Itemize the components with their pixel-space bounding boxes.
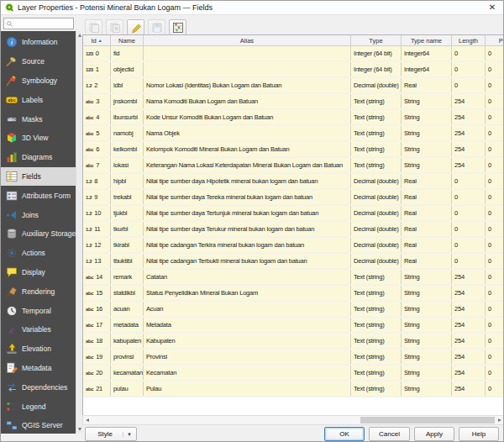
field-row[interactable]: abc 18 kabupaten Kabupaten Text (string)…	[83, 334, 504, 350]
column-header-label: Pr	[499, 37, 504, 45]
field-row[interactable]: abc 16 acuan Acuan Text (string) String …	[83, 302, 504, 318]
field-row[interactable]: 1.2 12 tkirabl Nilai tipe cadangan Terki…	[83, 238, 504, 254]
sidebar-item-symbology[interactable]: Symbology	[1, 71, 76, 91]
sidebar-item-qgis-server[interactable]: QGIS Server	[1, 416, 76, 434]
field-row[interactable]: 1.2 8 hipbl Nilai tipe sumber daya Hipot…	[83, 174, 504, 190]
sidebar-item-label: Display	[22, 268, 45, 276]
field-id-cell: abc 18	[83, 334, 111, 348]
delete-field-button[interactable]	[106, 19, 123, 35]
sidebar-item-joins[interactable]: Joins	[1, 205, 76, 224]
sidebar-item-temporal[interactable]: Temporal	[1, 301, 76, 320]
sidebar-item-actions[interactable]: Actions	[1, 244, 76, 263]
style-button[interactable]: Style ▼	[85, 427, 137, 441]
sidebar-item-auxiliary-storage[interactable]: Auxiliary Storage	[1, 224, 76, 244]
field-type-icon: 1.2	[86, 227, 92, 232]
sidebar-item-legend[interactable]: Legend	[1, 397, 76, 416]
column-header-name[interactable]: Name	[111, 35, 144, 45]
column-header-type[interactable]: Type	[351, 35, 402, 45]
column-header-id[interactable]: Id ▲	[83, 35, 111, 45]
table-header-row: Id ▲ Name Alias Type Type name Length Pr	[83, 35, 504, 46]
scroll-up-icon[interactable]	[78, 34, 81, 37]
save-edits-button[interactable]	[148, 19, 165, 35]
field-row[interactable]: 123 0 fid Integer (64 bit) Integer64 0 0	[83, 46, 504, 62]
field-row[interactable]: 1.2 13 tbuktibl Nilai tipe cadangan Terb…	[83, 254, 504, 270]
sidebar-item-elevation[interactable]: Elevation	[1, 339, 76, 359]
sidebar-item-rendering[interactable]: Rendering	[1, 282, 76, 301]
sidebar-item-label: Temporal	[22, 307, 51, 315]
field-type-icon: 1.2	[86, 195, 92, 200]
sidebar-item-diagrams[interactable]: Diagrams	[1, 148, 76, 167]
field-row[interactable]: abc 14 remark Catatan Text (string) Stri…	[83, 270, 504, 286]
sidebar-item-3d-view[interactable]: 3D View	[1, 129, 76, 148]
scroll-left-icon[interactable]	[86, 418, 89, 422]
ok-button[interactable]: OK	[324, 427, 365, 441]
scroll-down-icon[interactable]	[78, 428, 81, 431]
field-type-cell: Integer (64 bit)	[351, 62, 402, 76]
column-header-type-name[interactable]: Type name	[402, 35, 452, 45]
toggle-editing-button[interactable]	[127, 19, 144, 35]
sidebar-item-masks[interactable]: abc Masks	[1, 109, 76, 129]
field-alias-cell: Kode Unsur Komoditi Bukan Logam dan Batu…	[144, 110, 351, 124]
cancel-button[interactable]: Cancel	[369, 427, 410, 441]
field-type-icon: 1.2	[86, 83, 92, 88]
field-row[interactable]: 1.2 10 tjukbl Nilai tipe sumber daya Ter…	[83, 206, 504, 222]
scrollbar-thumb[interactable]	[360, 417, 495, 424]
sidebar-item-source[interactable]: Source	[1, 52, 76, 71]
field-precision-cell: 0	[486, 46, 504, 61]
help-button[interactable]: Help	[459, 427, 499, 441]
style-button-label: Style	[90, 430, 120, 438]
sidebar-item-variables[interactable]: ε Variables	[1, 320, 76, 339]
field-row[interactable]: abc 21 pulau Pulau Text (string) String …	[83, 381, 504, 397]
field-row[interactable]: abc 6 kelkombl Kelompok Komoditi Mineral…	[83, 142, 504, 158]
field-row[interactable]: 1.2 9 trekabl Nilai tipe sumber daya Ter…	[83, 190, 504, 206]
sidebar-item-attributes-form[interactable]: Attributes Form	[1, 186, 76, 205]
field-type-cell: Text (string)	[351, 302, 402, 316]
sidebar-item-dependencies[interactable]: Dependencies	[1, 377, 76, 397]
3d-view-icon	[5, 132, 18, 145]
field-id-cell: abc 3	[83, 94, 111, 108]
column-header-alias[interactable]: Alias	[144, 35, 351, 45]
sidebar-item-display[interactable]: Display	[1, 263, 76, 282]
field-row[interactable]: 123 1 objectid Integer (64 bit) Integer6…	[83, 62, 504, 78]
column-header-pr[interactable]: Pr	[486, 35, 504, 45]
field-typename-cell: String	[402, 110, 452, 124]
field-id-value: 17	[96, 321, 102, 329]
field-typename-cell: String	[402, 334, 452, 348]
field-row[interactable]: 1.2 11 tkurbl Nilai tipe sumber daya Ter…	[83, 222, 504, 238]
close-button[interactable]: ✕	[486, 2, 498, 13]
field-type-icon: 1.2	[86, 243, 92, 248]
field-type-cell: Decimal (double)	[351, 238, 402, 252]
field-row[interactable]: abc 19 provinsi Provinsi Text (string) S…	[83, 350, 504, 366]
labels-icon: abc	[5, 93, 18, 106]
field-row[interactable]: abc 4 lbunsurbl Kode Unsur Komoditi Buka…	[83, 110, 504, 126]
field-type-cell: Text (string)	[351, 270, 402, 284]
sidebar-scrollbar[interactable]	[76, 31, 82, 434]
horizontal-scrollbar[interactable]	[82, 415, 504, 425]
sidebar-item-metadata[interactable]: Metadata	[1, 359, 76, 378]
column-header-label: Name	[118, 37, 135, 45]
scroll-right-icon[interactable]	[498, 418, 501, 422]
field-calculator-button[interactable]	[169, 19, 186, 35]
column-header-length[interactable]: Length	[452, 35, 486, 45]
field-row[interactable]: abc 3 jnskombl Nama Komoditi Bukan Logam…	[83, 94, 504, 110]
new-field-button[interactable]	[85, 19, 102, 35]
apply-button[interactable]: Apply	[414, 427, 454, 441]
field-type-icon: 123	[86, 67, 93, 72]
search-input[interactable]	[15, 19, 71, 28]
sidebar-item-information[interactable]: i Information	[1, 33, 76, 52]
sidebar-search-box[interactable]	[3, 18, 74, 29]
field-row[interactable]: abc 7 lokasi Keterangan Nama Lokasi Kete…	[83, 158, 504, 174]
field-row[interactable]: abc 5 namobj Nama Objek Text (string) St…	[83, 126, 504, 142]
field-row[interactable]: 1.2 2 idbl Nomor Lokasi (Identitas) Buka…	[83, 78, 504, 94]
column-header-label: Type	[369, 37, 382, 45]
field-row[interactable]: abc 17 metadata Metadata Text (string) S…	[83, 318, 504, 334]
field-row[interactable]: abc 15 statdikbl Status Penyelidikan Min…	[83, 286, 504, 302]
dependencies-icon	[5, 381, 18, 393]
sidebar-item-label: Elevation	[22, 345, 51, 353]
sidebar-item-fields[interactable]: Fields	[1, 167, 76, 187]
field-type-cell: Decimal (double)	[351, 78, 402, 92]
field-precision-cell: 0	[486, 158, 504, 172]
sidebar-item-labels[interactable]: abc Labels	[1, 90, 76, 109]
field-precision-cell: 0	[486, 350, 504, 364]
field-row[interactable]: abc 20 kecamatan Kecamatan Text (string)…	[83, 366, 504, 381]
